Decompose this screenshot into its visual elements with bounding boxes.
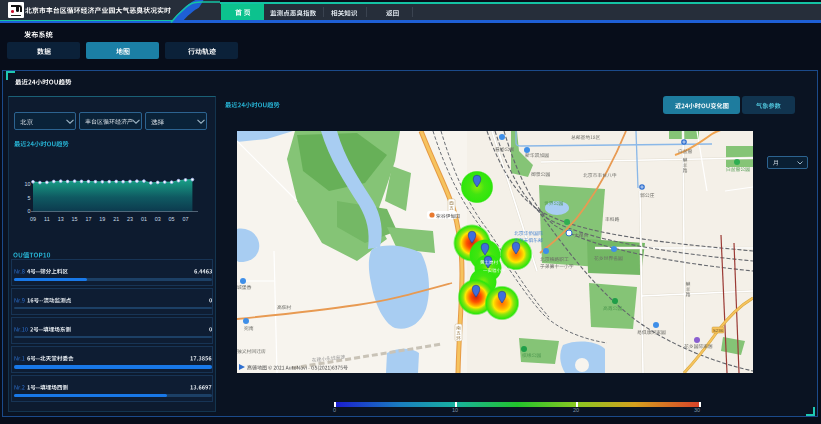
svg-text:05: 05: [169, 216, 175, 222]
svg-text:5: 5: [28, 195, 31, 201]
svg-text:03: 03: [155, 216, 161, 222]
svg-text:15: 15: [72, 216, 78, 222]
svg-text:01: 01: [141, 216, 147, 222]
svg-text:09: 09: [30, 216, 36, 222]
svg-text:07: 07: [183, 216, 189, 222]
svg-text:17: 17: [85, 216, 91, 222]
svg-text:11: 11: [44, 216, 50, 222]
svg-text:S236: S236: [713, 328, 724, 333]
svg-text:13: 13: [58, 216, 64, 222]
svg-text:0: 0: [28, 208, 31, 214]
svg-text:19: 19: [99, 216, 105, 222]
svg-text:23: 23: [127, 216, 133, 222]
svg-text:21: 21: [113, 216, 119, 222]
svg-text:10: 10: [25, 181, 31, 187]
